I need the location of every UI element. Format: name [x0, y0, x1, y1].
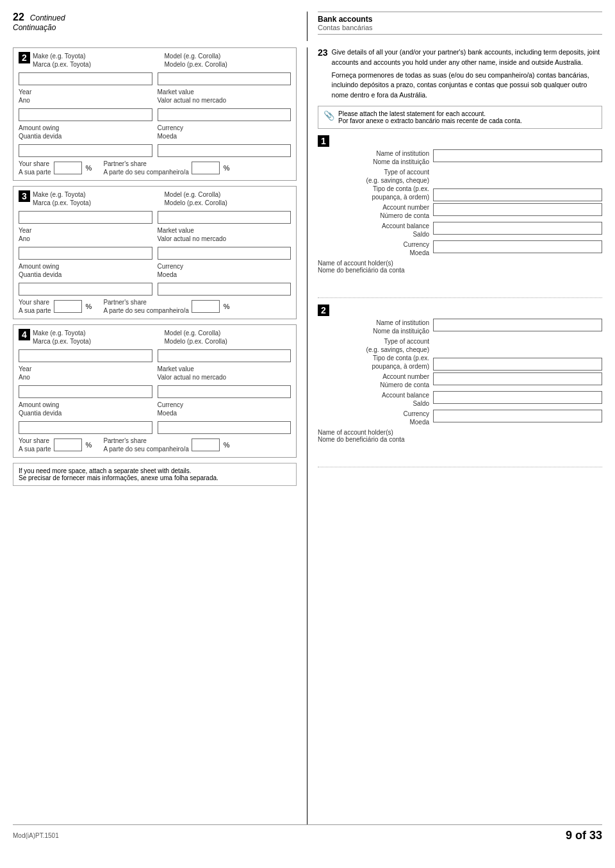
vehicle-2-market-label: Market value Valor actual no mercado — [158, 88, 291, 104]
vehicle-3-make-input[interactable] — [19, 211, 152, 224]
vehicle-3-year-input[interactable] — [19, 247, 152, 260]
bank-2-type-label: Type of account (e.g. savings, cheque) T… — [318, 337, 433, 371]
vehicle-2-year-market-inputs — [19, 107, 291, 121]
vehicle-3-market-label: Market value Valor actual no mercado — [158, 226, 291, 243]
right-column: 23 Give details of all your (and/or your… — [308, 47, 602, 824]
vehicle-4-year-input[interactable] — [19, 385, 152, 398]
bank-account-1-number: 1 — [318, 135, 329, 147]
bank-account-2: 2 Name of institution Nome da instituiçã… — [318, 305, 602, 467]
bank-1-balance-input[interactable] — [433, 222, 602, 235]
section-23-number: 23 — [318, 47, 328, 58]
bank-account-1-header: 1 — [318, 135, 602, 147]
vehicle-3-model-label: Model (e.g. Corolla) Modelo (p.ex. Corol… — [165, 190, 291, 207]
vehicle-3-market-input[interactable] — [158, 247, 291, 260]
vehicle-2-amount-currency-labels: Amount owing Quantia devida Currency Moe… — [19, 124, 291, 140]
bank-1-holder-section: Name of account holder(s) Nome do benefi… — [318, 260, 602, 298]
vehicle-2-partners-share-label: Partner's share A parte do seu companhei… — [103, 160, 188, 176]
vehicle-3-amount-input[interactable] — [19, 283, 152, 296]
note-box-text: Please attach the latest statement for e… — [338, 110, 596, 124]
bank-1-account-num-label: Account number Número de conta — [318, 203, 433, 220]
vehicle-block-3: 3 Make (e.g. Toyota) Marca (p.ex. Toyota… — [13, 186, 297, 319]
vehicle-4-make-input[interactable] — [19, 349, 152, 362]
vehicle-4-make-label: Make (e.g. Toyota) Marca (p.ex. Toyota) — [33, 329, 160, 346]
bank-2-balance-input[interactable] — [433, 391, 602, 404]
vehicle-4-model-label: Model (e.g. Corolla) Modelo (p.ex. Corol… — [165, 329, 291, 346]
vehicle-4-market-label: Market value Valor actual no mercado — [158, 365, 291, 381]
bank-1-type-input[interactable] — [433, 188, 602, 201]
bank-account-1: 1 Name of institution Nome da instituiçã… — [318, 135, 602, 298]
left-column: 2 Make (e.g. Toyota) Marca (p.ex. Toyota… — [13, 47, 308, 824]
vehicle-2-number: 2 — [19, 52, 30, 63]
vehicle-3-currency-input[interactable] — [158, 283, 291, 296]
paperclip-icon: 📎 — [324, 110, 334, 121]
vehicle-4-amount-input[interactable] — [19, 421, 152, 434]
bank-2-account-num-label: Account number Número de conta — [318, 372, 433, 389]
bank-2-type-input[interactable] — [433, 358, 602, 371]
vehicle-2-your-share-label: Your share A sua parte — [19, 160, 51, 176]
vehicle-3-partners-share-label: Partner's share A parte do seu companhei… — [103, 298, 188, 315]
bank-1-currency-input[interactable] — [433, 240, 602, 253]
vehicle-2-currency-input[interactable] — [158, 144, 291, 157]
bank-2-account-num-row: Account number Número de conta — [318, 372, 602, 389]
vehicle-3-make-label: Make (e.g. Toyota) Marca (p.ex. Toyota) — [33, 190, 160, 207]
bank-1-account-num-input[interactable] — [433, 203, 602, 216]
bank-1-holder-label: Name of account holder(s) Nome do benefi… — [318, 260, 602, 274]
bank-1-currency-label: Currency Moeda — [318, 240, 433, 257]
vehicle-2-market-input[interactable] — [158, 108, 291, 121]
bank-2-balance-row: Account balance Saldo — [318, 391, 602, 408]
vehicle-4-make-model-inputs — [19, 348, 291, 362]
vehicle-2-year-input[interactable] — [19, 108, 152, 121]
section-23-header: 23 Give details of all your (and/or your… — [318, 47, 602, 101]
additional-note-en: If you need more space, attach a separat… — [19, 467, 291, 474]
vehicle-4-partners-share-label: Partner's share A parte do seu companhei… — [103, 437, 188, 453]
vehicle-4-currency-input[interactable] — [158, 421, 291, 434]
vehicle-3-amount-currency-inputs — [19, 281, 291, 296]
bank-1-institution-row: Name of institution Nome da instituição — [318, 149, 602, 166]
vehicle-4-model-input[interactable] — [158, 349, 291, 362]
bank-accounts-title-pt: Contas bancárias — [318, 24, 602, 31]
vehicle-2-partners-share-input[interactable] — [192, 162, 220, 174]
vehicle-2-model-label: Model (e.g. Corolla) Modelo (p.ex. Corol… — [165, 52, 291, 69]
vehicle-2-share-row: Your share A sua parte % Partner's share… — [19, 160, 291, 176]
bank-2-institution-label: Name of institution Nome da instituição — [318, 319, 433, 335]
bank-2-institution-input[interactable] — [433, 319, 602, 331]
vehicle-3-amount-label: Amount owing Quantia devida — [19, 262, 152, 279]
bank-1-holder-input[interactable] — [318, 275, 602, 298]
vehicle-4-number: 4 — [19, 329, 30, 340]
page-header-left: 22 Continued Continuação — [13, 12, 308, 41]
bank-1-institution-input[interactable] — [433, 149, 602, 162]
vehicle-2-make-input[interactable] — [19, 72, 152, 85]
vehicle-2-model-input[interactable] — [158, 72, 291, 85]
vehicle-3-year-market-inputs — [19, 246, 291, 260]
vehicle-3-your-share-input[interactable] — [54, 300, 82, 313]
bank-2-type-row: Type of account (e.g. savings, cheque) T… — [318, 337, 602, 371]
vehicle-2-amount-input[interactable] — [19, 144, 152, 157]
bank-2-currency-input[interactable] — [433, 410, 602, 422]
bank-1-currency-row: Currency Moeda — [318, 240, 602, 257]
vehicle-3-partners-share-input[interactable] — [192, 300, 220, 313]
vehicle-3-currency-label: Currency Moeda — [158, 262, 291, 279]
page-number: 22 — [13, 12, 24, 22]
vehicle-4-currency-label: Currency Moeda — [158, 401, 291, 417]
vehicle-4-year-market-inputs — [19, 384, 291, 398]
section-23-description: Give details of all your (and/or your pa… — [332, 47, 602, 101]
vehicle-4-percent-2: % — [224, 441, 230, 449]
vehicle-3-percent-1: % — [86, 303, 92, 310]
bank-2-account-num-input[interactable] — [433, 372, 602, 385]
vehicle-2-amount-currency-inputs — [19, 143, 291, 157]
vehicle-4-percent-1: % — [86, 441, 92, 449]
bank-account-2-header: 2 — [318, 305, 602, 316]
vehicle-2-percent-2: % — [224, 164, 230, 172]
bank-accounts-title: Bank accounts — [318, 15, 602, 24]
vehicle-4-market-input[interactable] — [158, 385, 291, 398]
vehicle-4-amount-currency-inputs — [19, 420, 291, 434]
bank-2-balance-label: Account balance Saldo — [318, 391, 433, 408]
bank-2-holder-input[interactable] — [318, 444, 602, 467]
vehicle-2-your-share-input[interactable] — [54, 162, 82, 174]
vehicle-3-year-market-labels: Year Ano Market value Valor actual no me… — [19, 226, 291, 243]
vehicle-3-share-row: Your share A sua parte % Partner's share… — [19, 298, 291, 315]
vehicle-4-partners-share-input[interactable] — [192, 438, 220, 451]
bank-1-account-num-row: Account number Número de conta — [318, 203, 602, 220]
vehicle-4-your-share-input[interactable] — [54, 438, 82, 451]
vehicle-3-model-input[interactable] — [158, 211, 291, 224]
